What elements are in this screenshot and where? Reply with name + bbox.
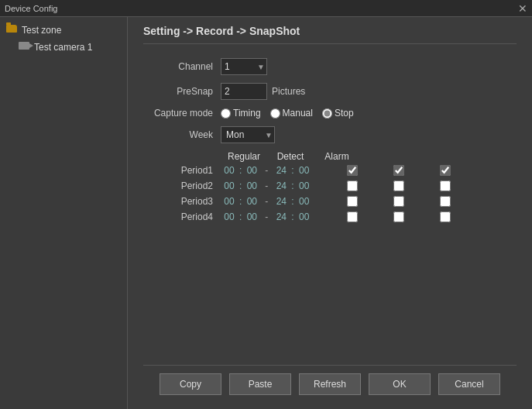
period1-regular-check[interactable] bbox=[347, 165, 358, 176]
period2-detect-check[interactable] bbox=[393, 180, 404, 191]
refresh-button[interactable]: Refresh bbox=[299, 373, 361, 395]
period3-dash: - bbox=[262, 196, 271, 207]
capture-mode-group: Timing Manual Stop bbox=[221, 108, 354, 119]
period1-dash: - bbox=[262, 165, 271, 176]
capture-mode-timing[interactable]: Timing bbox=[221, 108, 261, 119]
presnap-row: PreSnap Pictures bbox=[143, 83, 517, 100]
week-label: Week bbox=[143, 129, 221, 140]
period1-row: Period1 : - : bbox=[143, 165, 517, 176]
copy-button[interactable]: Copy bbox=[160, 373, 221, 395]
period3-end-h[interactable] bbox=[273, 196, 290, 207]
period2-row: Period2 : - : bbox=[143, 180, 517, 191]
capture-stop-label: Stop bbox=[335, 108, 354, 119]
presnap-label: PreSnap bbox=[143, 86, 221, 97]
period3-start-h[interactable] bbox=[221, 196, 238, 207]
channel-row: Channel 1 2 3 4 ▼ bbox=[143, 58, 517, 75]
period3-alarm-check[interactable] bbox=[440, 196, 451, 207]
period4-row: Period4 : - : bbox=[143, 211, 517, 222]
presnap-suffix: Pictures bbox=[272, 86, 305, 97]
col-alarm-header: Alarm bbox=[314, 151, 360, 162]
period1-end-m[interactable] bbox=[296, 165, 313, 176]
presnap-input[interactable] bbox=[221, 83, 267, 100]
capture-timing-label: Timing bbox=[233, 108, 261, 119]
period2-sep1: : bbox=[239, 180, 242, 191]
camera-icon bbox=[19, 41, 31, 53]
period1-start-h[interactable] bbox=[221, 165, 238, 176]
capture-timing-radio[interactable] bbox=[221, 108, 231, 119]
period2-time: : - : bbox=[221, 180, 329, 191]
period3-start-m[interactable] bbox=[243, 196, 260, 207]
period3-time: : - : bbox=[221, 196, 329, 207]
title-bar-text: Device Config bbox=[5, 4, 57, 13]
ok-button[interactable]: OK bbox=[369, 373, 431, 395]
col-detect-header: Detect bbox=[267, 151, 314, 162]
sidebar-item-test-camera[interactable]: Test camera 1 bbox=[3, 39, 124, 56]
week-select-wrapper: Mon Tue Wed Thu Fri Sat Sun ▼ bbox=[221, 126, 275, 143]
period4-sep2: : bbox=[291, 211, 293, 222]
capture-manual-label: Manual bbox=[283, 108, 313, 119]
period4-label: Period4 bbox=[143, 211, 221, 222]
period4-sep1: : bbox=[239, 211, 242, 222]
period3-row: Period3 : - : bbox=[143, 196, 517, 207]
sidebar: Test zone Test camera 1 bbox=[0, 17, 128, 409]
form-section: Channel 1 2 3 4 ▼ PreSnap Pictures bbox=[143, 58, 517, 357]
week-select[interactable]: Mon Tue Wed Thu Fri Sat Sun bbox=[221, 126, 275, 143]
period2-alarm-check[interactable] bbox=[440, 180, 451, 191]
period-header: Regular Detect Alarm bbox=[221, 151, 517, 162]
capture-mode-manual[interactable]: Manual bbox=[270, 108, 313, 119]
period2-label: Period2 bbox=[143, 180, 221, 191]
title-bar: Device Config ✕ bbox=[0, 0, 532, 17]
sidebar-zone-label: Test zone bbox=[22, 25, 61, 36]
period2-start-h[interactable] bbox=[221, 180, 238, 191]
period3-end-m[interactable] bbox=[296, 196, 313, 207]
period2-end-m[interactable] bbox=[296, 180, 313, 191]
close-icon[interactable]: ✕ bbox=[518, 3, 527, 14]
capture-mode-label: Capture mode bbox=[143, 108, 221, 119]
period4-dash: - bbox=[262, 211, 271, 222]
period4-end-h[interactable] bbox=[273, 211, 290, 222]
breadcrumb: Setting -> Record -> SnapShot bbox=[143, 25, 517, 44]
sidebar-camera-label: Test camera 1 bbox=[34, 42, 92, 53]
capture-manual-radio[interactable] bbox=[270, 108, 280, 119]
capture-mode-stop[interactable]: Stop bbox=[322, 108, 354, 119]
col-regular-header: Regular bbox=[221, 151, 267, 162]
period2-start-m[interactable] bbox=[243, 180, 260, 191]
capture-mode-row: Capture mode Timing Manual Stop bbox=[143, 108, 517, 119]
channel-select[interactable]: 1 2 3 4 bbox=[221, 58, 267, 75]
footer: Copy Paste Refresh OK Cancel bbox=[143, 365, 517, 401]
period4-time: : - : bbox=[221, 211, 329, 222]
period4-regular-check[interactable] bbox=[347, 211, 358, 222]
period1-sep2: : bbox=[291, 165, 293, 176]
period1-time: : - : bbox=[221, 165, 329, 176]
channel-select-wrapper: 1 2 3 4 ▼ bbox=[221, 58, 267, 75]
period2-regular-check[interactable] bbox=[347, 180, 358, 191]
period2-dash: - bbox=[262, 180, 271, 191]
period4-end-m[interactable] bbox=[296, 211, 313, 222]
week-row: Week Mon Tue Wed Thu Fri Sat Sun ▼ bbox=[143, 126, 517, 143]
period1-end-h[interactable] bbox=[273, 165, 290, 176]
period4-detect-check[interactable] bbox=[393, 211, 404, 222]
period1-sep1: : bbox=[239, 165, 242, 176]
period3-sep2: : bbox=[291, 196, 293, 207]
period1-alarm-check[interactable] bbox=[440, 165, 451, 176]
content-area: Setting -> Record -> SnapShot Channel 1 … bbox=[128, 17, 532, 409]
period4-start-m[interactable] bbox=[243, 211, 260, 222]
capture-stop-radio[interactable] bbox=[322, 108, 332, 119]
period1-detect-check[interactable] bbox=[393, 165, 404, 176]
period3-sep1: : bbox=[239, 196, 242, 207]
period2-end-h[interactable] bbox=[273, 180, 290, 191]
period2-sep2: : bbox=[291, 180, 293, 191]
period3-detect-check[interactable] bbox=[393, 196, 404, 207]
period3-regular-check[interactable] bbox=[347, 196, 358, 207]
channel-label: Channel bbox=[143, 61, 221, 72]
period1-label: Period1 bbox=[143, 165, 221, 176]
folder-icon bbox=[6, 24, 19, 36]
cancel-button[interactable]: Cancel bbox=[438, 373, 500, 395]
period3-label: Period3 bbox=[143, 196, 221, 207]
sidebar-item-test-zone[interactable]: Test zone bbox=[3, 22, 124, 39]
period4-start-h[interactable] bbox=[221, 211, 238, 222]
period4-alarm-check[interactable] bbox=[440, 211, 451, 222]
paste-button[interactable]: Paste bbox=[229, 373, 291, 395]
period1-start-m[interactable] bbox=[243, 165, 260, 176]
